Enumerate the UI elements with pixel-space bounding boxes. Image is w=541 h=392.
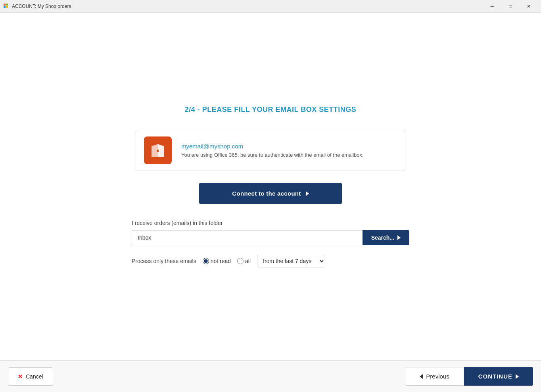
cancel-x-icon: ✕ bbox=[18, 373, 23, 380]
folder-label: I receive orders (emails) in this folder bbox=[132, 220, 409, 226]
previous-button[interactable]: Previous bbox=[405, 367, 464, 386]
all-label: all bbox=[245, 258, 251, 264]
account-info: myemail@myshop.com You are using Office … bbox=[181, 143, 364, 158]
main-content: 2/4 - PLEASE FILL YOUR EMAIL BOX SETTING… bbox=[0, 13, 541, 360]
close-button[interactable]: ✕ bbox=[520, 0, 538, 13]
bottom-bar: ✕ Cancel Previous CONTINUE bbox=[0, 360, 541, 392]
account-email: myemail@myshop.com bbox=[181, 143, 364, 150]
connect-account-button[interactable]: Connect to the account bbox=[199, 183, 342, 204]
arrow-left-icon bbox=[420, 374, 423, 379]
all-radio-group[interactable]: all bbox=[237, 258, 251, 264]
account-card: myemail@myshop.com You are using Office … bbox=[136, 130, 405, 171]
svg-rect-2 bbox=[4, 6, 6, 8]
folder-input[interactable] bbox=[132, 230, 363, 245]
title-bar: ACCOUNT: My Shop orders ─ □ ✕ bbox=[0, 0, 541, 13]
search-chevron-icon bbox=[397, 235, 401, 240]
window-title: ACCOUNT: My Shop orders bbox=[12, 4, 483, 9]
navigation-buttons: Previous CONTINUE bbox=[405, 367, 533, 386]
folder-input-row: Search... bbox=[132, 230, 409, 245]
svg-rect-0 bbox=[4, 4, 6, 6]
filter-label: Process only these emails bbox=[132, 258, 196, 264]
svg-rect-1 bbox=[6, 4, 8, 6]
continue-button[interactable]: CONTINUE bbox=[464, 367, 533, 386]
not-read-radio[interactable] bbox=[203, 258, 209, 264]
arrow-right-icon bbox=[516, 374, 519, 379]
not-read-radio-group[interactable]: not read bbox=[203, 258, 231, 264]
window-controls: ─ □ ✕ bbox=[483, 0, 538, 13]
account-description: You are using Office 365, be sure to aut… bbox=[181, 152, 364, 158]
not-read-label: not read bbox=[211, 258, 231, 264]
svg-rect-3 bbox=[6, 6, 8, 8]
days-dropdown[interactable]: from the last 7 daysfrom the last 14 day… bbox=[257, 255, 325, 267]
chevron-right-icon bbox=[306, 191, 309, 196]
app-icon bbox=[3, 3, 10, 10]
office365-icon bbox=[144, 136, 172, 164]
search-button[interactable]: Search... bbox=[363, 230, 409, 245]
filter-row: Process only these emails not read all f… bbox=[132, 255, 409, 267]
maximize-button[interactable]: □ bbox=[501, 0, 520, 13]
minimize-button[interactable]: ─ bbox=[483, 0, 501, 13]
step-title: 2/4 - PLEASE FILL YOUR EMAIL BOX SETTING… bbox=[185, 106, 357, 114]
cancel-button[interactable]: ✕ Cancel bbox=[8, 367, 53, 386]
all-radio[interactable] bbox=[237, 258, 244, 264]
folder-section: I receive orders (emails) in this folder… bbox=[132, 220, 409, 267]
svg-rect-5 bbox=[157, 150, 159, 152]
